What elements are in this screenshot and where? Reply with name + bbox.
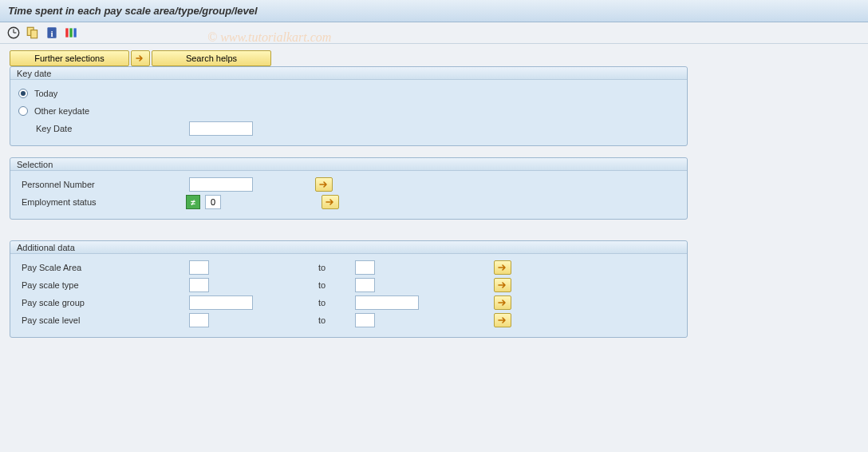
button-row: Further selections Search helps bbox=[10, 50, 858, 66]
radio-today-label: Today bbox=[34, 89, 57, 98]
additional-to-input[interactable] bbox=[355, 313, 375, 327]
to-label: to bbox=[312, 298, 352, 307]
additional-from-input[interactable] bbox=[189, 278, 209, 292]
svg-rect-8 bbox=[69, 28, 72, 37]
additional-multi-button[interactable] bbox=[494, 260, 511, 275]
svg-rect-4 bbox=[31, 30, 37, 38]
personnel-number-multi-button[interactable] bbox=[315, 177, 333, 192]
page-title: Time spent in each pay scale area/type/g… bbox=[8, 5, 860, 17]
radio-today[interactable] bbox=[18, 89, 28, 98]
to-label: to bbox=[312, 315, 352, 325]
additional-multi-button[interactable] bbox=[494, 295, 511, 310]
group-title-selection: Selection bbox=[10, 158, 687, 171]
group-additional-data: Additional data Pay Scale AreatoPay scal… bbox=[10, 240, 688, 338]
additional-from-input[interactable] bbox=[189, 260, 209, 275]
additional-from-input[interactable] bbox=[189, 295, 253, 310]
execute-icon[interactable] bbox=[6, 26, 21, 40]
additional-to-input[interactable] bbox=[355, 295, 419, 310]
keydate-input[interactable] bbox=[189, 121, 253, 136]
additional-row-label: Pay scale type bbox=[18, 280, 186, 290]
additional-to-input[interactable] bbox=[355, 260, 375, 275]
to-label: to bbox=[312, 263, 352, 272]
additional-multi-button[interactable] bbox=[494, 313, 511, 327]
svg-rect-7 bbox=[65, 28, 68, 37]
toolbar: i bbox=[0, 22, 868, 44]
additional-to-input[interactable] bbox=[355, 278, 375, 292]
not-equal-icon[interactable]: ≠ bbox=[186, 195, 200, 209]
content-area: Further selections Search helps Key date… bbox=[0, 44, 868, 355]
additional-multi-button[interactable] bbox=[494, 278, 511, 292]
personnel-number-input[interactable] bbox=[189, 177, 253, 192]
svg-rect-9 bbox=[73, 28, 76, 37]
group-title-keydate: Key date bbox=[10, 67, 687, 80]
employment-status-multi-button[interactable] bbox=[322, 195, 339, 209]
group-keydate: Key date Today Other keydate Key Date bbox=[10, 66, 688, 146]
columns-icon[interactable] bbox=[64, 26, 78, 40]
svg-text:i: i bbox=[50, 29, 53, 38]
additional-row: Pay scale levelto bbox=[18, 311, 679, 329]
group-selection: Selection Personnel Number Employment st… bbox=[10, 157, 688, 220]
employment-status-label: Employment status bbox=[18, 197, 183, 207]
to-label: to bbox=[312, 280, 352, 290]
additional-row-label: Pay scale level bbox=[18, 315, 186, 325]
additional-row: Pay scale groupto bbox=[18, 294, 679, 311]
additional-row-label: Pay scale group bbox=[18, 298, 186, 307]
search-helps-button[interactable]: Search helps bbox=[152, 50, 271, 66]
radio-other-label: Other keydate bbox=[34, 106, 89, 116]
title-bar: Time spent in each pay scale area/type/g… bbox=[0, 0, 868, 22]
additional-from-input[interactable] bbox=[189, 313, 209, 327]
variant-icon[interactable] bbox=[26, 26, 40, 40]
additional-row-label: Pay Scale Area bbox=[18, 263, 186, 272]
group-title-additional: Additional data bbox=[10, 241, 687, 254]
search-helps-arrow-button[interactable] bbox=[131, 50, 150, 66]
keydate-label: Key Date bbox=[18, 124, 186, 133]
info-icon[interactable]: i bbox=[45, 26, 59, 40]
additional-row: Pay Scale Areato bbox=[18, 259, 679, 276]
personnel-number-label: Personnel Number bbox=[18, 180, 186, 189]
radio-other-keydate[interactable] bbox=[18, 106, 28, 116]
employment-status-input[interactable] bbox=[205, 195, 221, 209]
additional-row: Pay scale typeto bbox=[18, 276, 679, 294]
further-selections-button[interactable]: Further selections bbox=[10, 50, 129, 66]
